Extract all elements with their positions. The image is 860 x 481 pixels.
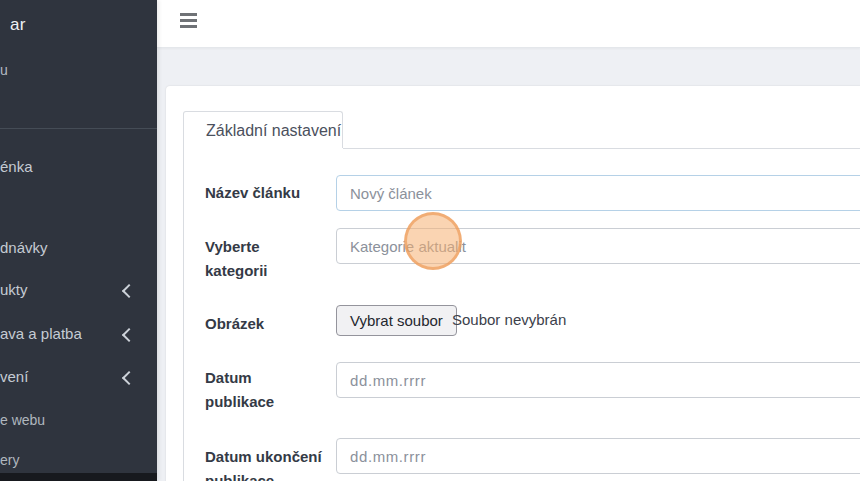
field-label-datum-ukonceni-publikace: Datum ukončení publikace [205, 445, 333, 481]
sidebar: ar u énka dnávky ukty ava a platba vení … [0, 0, 157, 481]
tab-zakladni-nastaveni[interactable]: Základní nastavení [183, 111, 343, 148]
chevron-left-icon [122, 371, 136, 385]
datum-publikace-input[interactable] [336, 362, 860, 398]
field-label-vyberte-kategorii: Vyberte kategorii [205, 235, 333, 283]
sidebar-item-texty-webu[interactable]: e webu [0, 409, 45, 431]
sidebar-item-bannery[interactable]: ery [0, 449, 19, 471]
topbar [157, 0, 860, 48]
sidebar-item-doprava-a-platba[interactable]: ava a platba [0, 323, 82, 345]
menu-toggle-button[interactable] [180, 13, 197, 28]
sidebar-active-item-strip[interactable] [0, 473, 157, 481]
settings-card: Základní nastavení Název článku Vyberte … [166, 86, 860, 481]
file-picker-button[interactable]: Vybrat soubor [336, 305, 457, 336]
screen: ar u énka dnávky ukty ava a platba vení … [0, 0, 860, 481]
sidebar-item-nastaveni[interactable]: vení [0, 366, 28, 388]
hamburger-icon [180, 13, 197, 16]
field-label-datum-publikace: Datum publikace [205, 366, 333, 414]
nazev-clanku-input[interactable] [336, 175, 860, 211]
kategorie-input[interactable] [336, 228, 860, 264]
field-label-nazev-clanku: Název článku [205, 181, 333, 205]
sidebar-divider [0, 128, 157, 129]
datum-ukonceni-publikace-input[interactable] [336, 438, 860, 474]
tabstrip-border [343, 148, 860, 149]
file-status-text: Soubor nevybrán [452, 311, 566, 328]
chevron-left-icon [122, 328, 136, 342]
sidebar-item-produkty[interactable]: ukty [0, 279, 28, 301]
sidebar-item-nastenka[interactable]: énka [0, 156, 33, 178]
brand-text: ar [10, 15, 26, 35]
panel-border-left [183, 148, 184, 481]
tab-label: Základní nastavení [206, 122, 341, 139]
sidebar-item-objednavky[interactable]: dnávky [0, 237, 48, 259]
sidebar-secondary-text: u [0, 62, 8, 78]
field-label-obrazek: Obrázek [205, 312, 333, 336]
chevron-left-icon [122, 284, 136, 298]
